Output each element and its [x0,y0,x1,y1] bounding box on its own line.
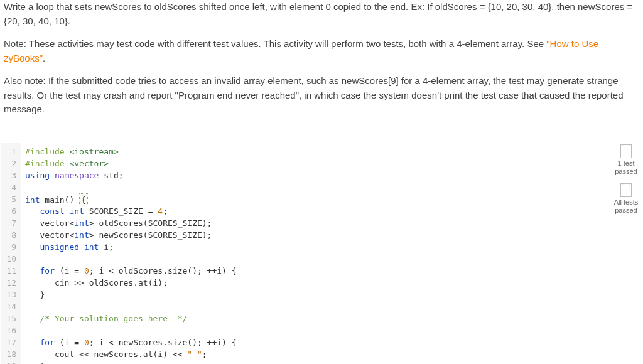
test-status-label: 1 testpassed [610,159,642,176]
test-status-column: 1 testpassed All testspassed [610,143,642,365]
instruction-paragraph: Note: These activities may test code wit… [4,37,639,65]
instruction-paragraph: Write a loop that sets newScores to oldS… [4,0,639,28]
code-line[interactable]: } [25,289,237,301]
instruction-text: . [43,53,45,63]
problem-instructions: Write a loop that sets newScores to oldS… [1,0,642,138]
code-line[interactable]: vector<int> oldScores(SCORES_SIZE); [25,217,237,229]
code-line[interactable]: const int SCORES_SIZE = 4; [25,205,237,217]
code-line[interactable]: /* Your solution goes here */ [25,313,237,324]
code-line[interactable] [25,301,237,313]
code-line[interactable]: cin >> oldScores.at(i); [25,277,237,289]
code-line[interactable] [25,181,237,193]
code-editor[interactable]: 12345678910111213141516171819 #include <… [1,143,605,365]
test-status-box-icon [620,183,632,197]
code-line[interactable] [25,324,237,336]
test-status-box-icon [620,144,632,158]
line-number-gutter: 12345678910111213141516171819 [1,143,21,365]
code-content[interactable]: #include <iostream>#include <vector>usin… [21,143,237,365]
code-line[interactable]: for (i = 0; i < newScores.size(); ++i) { [25,336,237,348]
instruction-paragraph: Also note: If the submitted code tries t… [4,74,639,117]
test-status-item: 1 testpassed [610,144,642,176]
code-line[interactable]: cout << newScores.at(i) << " "; [25,348,237,360]
code-line[interactable]: unsigned int i; [25,241,237,253]
code-line[interactable]: using namespace std; [25,169,237,181]
code-line[interactable]: #include <iostream> [25,146,237,158]
instruction-text: Note: These activities may test code wit… [4,38,546,49]
code-line[interactable]: int main() { [25,193,237,205]
code-line[interactable] [25,253,237,265]
code-line[interactable]: #include <vector> [25,158,237,169]
code-line[interactable]: vector<int> newScores(SCORES_SIZE); [25,229,237,241]
code-line[interactable]: for (i = 0; i < oldScores.size(); ++i) { [25,265,237,277]
test-status-item: All testspassed [610,183,642,215]
test-status-label: All testspassed [610,198,642,215]
code-line[interactable]: } [25,360,237,365]
